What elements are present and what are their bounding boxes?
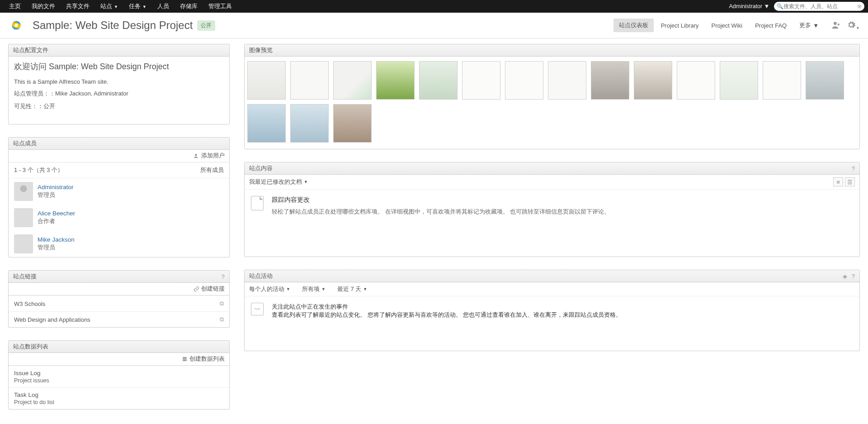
create-datalist-button[interactable]: 创建数据列表	[182, 355, 225, 363]
menu-myfiles[interactable]: 我的文件	[26, 0, 61, 13]
avatar[interactable]	[14, 208, 33, 227]
member-name[interactable]: Mike Jackson	[38, 236, 75, 243]
image-thumbnail[interactable]	[247, 61, 286, 100]
dashlet-title: 图像预览	[249, 46, 273, 54]
gear-icon[interactable]: ▼	[847, 20, 860, 31]
visibility-badge: 公开	[197, 20, 215, 31]
member-name[interactable]: Alice Beecher	[38, 210, 75, 217]
tab-faq[interactable]: Project FAQ	[750, 19, 792, 32]
dashlet-title: 站点成员	[13, 139, 37, 148]
member-role: 管理员	[38, 244, 75, 252]
image-thumbnail[interactable]	[591, 61, 629, 100]
create-link-button[interactable]: 创建链接	[193, 285, 225, 293]
help-icon[interactable]: ?	[222, 273, 225, 280]
all-members-link[interactable]: 所有成员	[200, 166, 224, 174]
top-navbar: 主页 我的文件 共享文件 站点▼ 任务▼ 人员 存储库 管理工具 Adminis…	[0, 0, 868, 13]
user-menu[interactable]: Administrator ▼	[725, 3, 774, 10]
list-view-icon[interactable]: ≡	[833, 177, 843, 186]
clear-icon[interactable]: ⊗	[857, 3, 862, 10]
tab-wiki[interactable]: Project Wiki	[706, 19, 748, 32]
menu-people[interactable]: 人员	[152, 0, 175, 13]
image-thumbnail[interactable]	[462, 61, 500, 100]
activity-filter-range[interactable]: 最近 7 天▼	[337, 285, 367, 293]
image-thumbnail[interactable]	[806, 61, 844, 100]
global-search[interactable]: 🔍 ⊗	[774, 2, 864, 11]
info-description: 轻松了解站点成员正在处理哪些文档库项。 在详细视图中，可喜欢项并将其标记为收藏项…	[272, 208, 610, 216]
svg-point-5	[14, 24, 18, 27]
dashlet-image-preview: 图像预览	[244, 44, 860, 149]
activity-filter-type[interactable]: 所有项▼	[302, 285, 326, 293]
menu-shared[interactable]: 共享文件	[61, 0, 95, 13]
menu-repo[interactable]: 存储库	[175, 0, 203, 13]
site-visibility: 可见性：：公开	[14, 102, 224, 110]
dashlet-title: 站点数据列表	[13, 343, 48, 351]
image-thumbnail[interactable]	[376, 61, 415, 100]
avatar[interactable]	[14, 182, 33, 201]
chevron-down-icon: ▼	[813, 22, 819, 29]
add-user-button[interactable]: 添加用户	[193, 152, 225, 160]
dashlet-members: 站点成员 添加用户 1 - 3 个（共 3 个） 所有成员 Administra…	[8, 137, 230, 257]
svg-rect-10	[183, 358, 187, 359]
search-icon: 🔍	[777, 3, 783, 10]
avatar[interactable]	[14, 234, 33, 253]
info-description: 查看此列表可了解最近的站点变化。 您将了解内容更新与喜欢等的活动。 您也可通过查…	[272, 311, 622, 319]
member-row: Mike Jackson管理员	[9, 231, 229, 257]
help-icon[interactable]: ?	[852, 273, 855, 280]
tab-library[interactable]: Project Library	[656, 19, 704, 32]
image-thumbnail[interactable]	[720, 61, 758, 100]
chevron-down-icon: ▼	[363, 287, 367, 291]
link-item[interactable]: Web Design and Applications⧉	[9, 311, 229, 327]
document-icon	[251, 196, 264, 210]
rss-icon[interactable]: ◈	[843, 273, 847, 280]
activity-filter-scope[interactable]: 每个人的活动▼	[249, 285, 290, 293]
member-row: Alice Beecher合作者	[9, 205, 229, 231]
image-thumbnail[interactable]	[247, 104, 286, 143]
copy-icon[interactable]: ⧉	[220, 316, 224, 323]
chevron-down-icon: ▼	[764, 3, 769, 10]
datalist-item[interactable]: Issue Log Project issues	[9, 366, 229, 387]
member-row: Administrator管理员	[9, 178, 229, 205]
dashlet-title: 站点配置文件	[13, 46, 48, 54]
site-description: This is a Sample Alfresco Team site.	[14, 78, 224, 85]
svg-rect-9	[183, 357, 187, 358]
image-thumbnail[interactable]	[763, 61, 801, 100]
help-icon[interactable]: ?	[852, 165, 855, 172]
menu-admin[interactable]: 管理工具	[203, 0, 237, 13]
svg-point-7	[195, 154, 197, 156]
menu-sites[interactable]: 站点▼	[95, 0, 123, 13]
member-role: 合作者	[38, 218, 75, 225]
svg-rect-11	[183, 360, 187, 361]
dashlet-links: 站点链接? 创建链接 W3 Schools⧉ Web Design and Ap…	[8, 270, 230, 328]
search-input[interactable]	[783, 3, 857, 10]
chevron-down-icon: ▼	[321, 287, 326, 291]
image-thumbnail[interactable]	[290, 104, 329, 143]
svg-point-8	[20, 186, 27, 192]
chevron-down-icon: ▼	[142, 5, 146, 9]
copy-icon[interactable]: ⧉	[220, 300, 224, 307]
top-menu: 主页 我的文件 共享文件 站点▼ 任务▼ 人员 存储库 管理工具	[4, 0, 237, 13]
image-thumbnail[interactable]	[634, 61, 672, 100]
dashboard: 站点配置文件 欢迎访问 Sample: Web Site Design Proj…	[0, 38, 868, 415]
chevron-down-icon: ▼	[114, 5, 118, 9]
image-thumbnail[interactable]	[505, 61, 543, 100]
detail-view-icon[interactable]: ☰	[845, 177, 855, 186]
datalist-item[interactable]: Task Log Project to do list	[9, 387, 229, 409]
tab-dashboard[interactable]: 站点仪表板	[613, 19, 654, 32]
member-role: 管理员	[38, 191, 74, 199]
member-name[interactable]: Administrator	[38, 184, 74, 191]
image-thumbnail[interactable]	[419, 61, 458, 100]
menu-home[interactable]: 主页	[4, 0, 26, 13]
invite-user-icon[interactable]	[831, 20, 840, 31]
dashlet-datalists: 站点数据列表 创建数据列表 Issue Log Project issues T…	[8, 340, 230, 410]
tab-more[interactable]: 更多▼	[794, 19, 824, 32]
image-thumbnail[interactable]	[333, 61, 372, 100]
image-thumbnail[interactable]	[548, 61, 586, 100]
menu-tasks[interactable]: 任务▼	[123, 0, 152, 13]
chevron-down-icon: ▼	[304, 180, 308, 184]
image-thumbnail[interactable]	[677, 61, 715, 100]
image-thumbnail[interactable]	[333, 104, 372, 143]
content-filter[interactable]: 我最近已修改的文档▼	[249, 178, 308, 186]
member-count: 1 - 3 个（共 3 个）	[14, 166, 63, 174]
image-thumbnail[interactable]	[290, 61, 329, 100]
link-item[interactable]: W3 Schools⧉	[9, 295, 229, 311]
